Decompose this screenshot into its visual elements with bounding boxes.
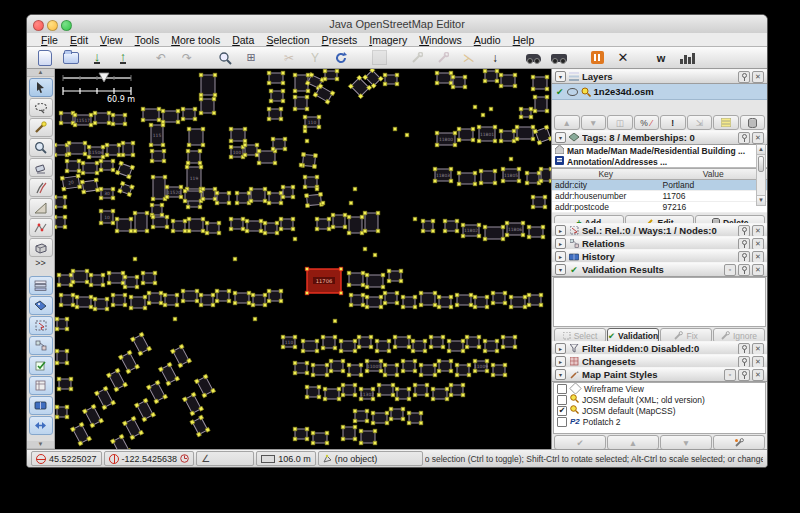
map-node[interactable] — [176, 109, 180, 113]
map-node[interactable] — [525, 171, 529, 175]
map-node[interactable] — [365, 295, 369, 299]
map-node[interactable] — [303, 185, 307, 189]
map-node[interactable] — [433, 291, 437, 295]
map-node[interactable] — [141, 107, 145, 111]
map-node[interactable] — [465, 335, 469, 339]
map-node[interactable] — [129, 295, 133, 299]
map-node[interactable] — [55, 317, 59, 321]
map-node[interactable] — [57, 387, 61, 391]
map-node[interactable] — [443, 219, 447, 223]
map-node[interactable] — [453, 143, 457, 147]
map-node[interactable] — [455, 303, 459, 307]
map-node[interactable] — [435, 81, 439, 85]
map-node[interactable] — [513, 73, 517, 77]
map-node[interactable] — [407, 387, 411, 391]
map-node[interactable] — [379, 305, 383, 309]
map-node[interactable] — [141, 281, 145, 285]
collapse-icon[interactable]: ▸ — [555, 238, 566, 249]
update-data-button[interactable] — [329, 48, 353, 67]
map-node[interactable] — [279, 107, 283, 111]
map-node[interactable] — [69, 377, 73, 381]
building[interactable] — [457, 171, 477, 186]
map-node[interactable] — [305, 361, 309, 365]
map-node[interactable] — [353, 187, 357, 191]
map-node[interactable] — [387, 279, 391, 283]
map-node[interactable] — [323, 77, 327, 81]
menu-edit[interactable]: Edit — [64, 33, 94, 47]
building[interactable] — [515, 125, 535, 141]
map-node[interactable] — [217, 231, 221, 235]
map-node[interactable] — [353, 409, 357, 413]
map-node[interactable] — [263, 231, 267, 235]
map-node[interactable] — [283, 147, 287, 151]
map-node[interactable] — [395, 301, 399, 305]
map-node[interactable] — [105, 153, 109, 157]
building[interactable] — [181, 107, 197, 121]
map-node[interactable] — [133, 257, 137, 261]
lasso-tool[interactable] — [29, 98, 53, 117]
map-node[interactable] — [315, 175, 319, 179]
map-node[interactable] — [461, 339, 465, 343]
map-node[interactable] — [431, 397, 435, 401]
map-node[interactable] — [201, 229, 205, 233]
style-preferences-button[interactable] — [713, 435, 765, 450]
building[interactable] — [110, 434, 131, 449]
map-node[interactable] — [241, 217, 245, 221]
building[interactable] — [105, 143, 121, 157]
building[interactable] — [435, 71, 453, 85]
map-node[interactable] — [141, 271, 145, 275]
map-node[interactable] — [315, 187, 319, 191]
preset-histogram-button[interactable] — [675, 48, 699, 67]
map-node[interactable] — [99, 221, 103, 225]
building[interactable] — [99, 159, 115, 172]
map-node[interactable] — [151, 175, 155, 179]
close-icon[interactable]: ✕ — [752, 369, 764, 381]
building[interactable] — [323, 387, 341, 401]
map-node[interactable] — [111, 293, 115, 297]
map-node[interactable] — [509, 295, 513, 299]
map-node[interactable] — [483, 349, 487, 353]
map-node[interactable] — [419, 421, 423, 425]
map-node[interactable] — [337, 397, 341, 401]
building[interactable] — [133, 211, 149, 233]
map-node[interactable] — [357, 345, 361, 349]
map-node[interactable] — [75, 305, 79, 309]
map-node[interactable] — [293, 73, 297, 77]
map-node[interactable] — [491, 363, 495, 367]
building[interactable] — [267, 107, 283, 121]
scroll-down-icon[interactable]: ▼ — [757, 195, 765, 205]
tag-row[interactable]: addr:housenumber11706 — [552, 191, 767, 202]
map-node[interactable] — [393, 335, 397, 339]
collapse-icon[interactable]: ▾ — [555, 264, 566, 275]
building[interactable] — [451, 75, 467, 89]
map-node[interactable] — [229, 145, 233, 149]
map-node[interactable] — [347, 231, 351, 235]
building[interactable] — [229, 217, 245, 231]
tags-scrollbar[interactable]: ▲ ▼ — [756, 144, 766, 206]
map-node[interactable] — [198, 149, 202, 153]
map-node[interactable] — [477, 139, 481, 143]
building[interactable] — [57, 273, 73, 287]
upload-data-button[interactable]: ↑ — [111, 48, 135, 67]
building[interactable]: 100 — [229, 145, 245, 159]
building[interactable] — [251, 293, 267, 307]
map-node[interactable] — [305, 395, 309, 399]
map-node[interactable] — [161, 143, 165, 147]
map-node[interactable] — [457, 138, 461, 142]
map-node[interactable] — [301, 339, 305, 343]
map-node[interactable] — [247, 301, 251, 305]
building[interactable] — [419, 363, 437, 377]
map-node[interactable] — [243, 127, 247, 131]
map-node[interactable] — [469, 303, 473, 307]
building[interactable]: 11005 — [365, 359, 383, 373]
map-node[interactable] — [63, 225, 67, 229]
map-node[interactable] — [461, 383, 465, 387]
map-node[interactable] — [341, 359, 345, 363]
map-node[interactable] — [305, 139, 309, 143]
map-node[interactable] — [89, 123, 93, 127]
map-node[interactable] — [181, 299, 185, 303]
map-node[interactable] — [305, 194, 309, 198]
map-node[interactable] — [267, 107, 271, 111]
map-node[interactable] — [151, 197, 155, 201]
map-node[interactable] — [363, 247, 367, 251]
